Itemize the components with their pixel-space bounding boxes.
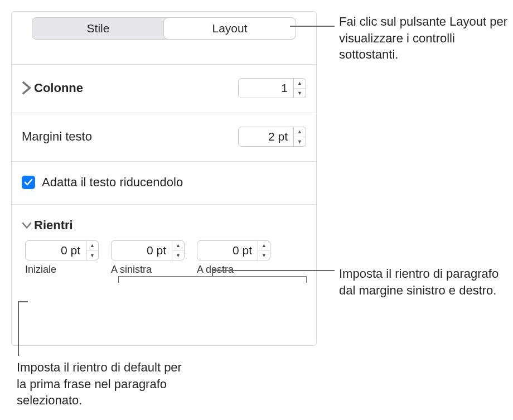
inspector-panel: Stile Layout Colonne 1 ▲ ▼ Margini testo… <box>11 11 317 346</box>
check-icon <box>24 178 33 187</box>
indent-left-step-up[interactable]: ▲ <box>172 241 184 251</box>
section-shrink-fit: Adatta il testo riducendolo <box>12 161 316 204</box>
leader-line <box>290 26 335 27</box>
section-columns: Colonne 1 ▲ ▼ <box>12 64 316 113</box>
indent-right-stepper: 0 pt ▲ ▼ <box>197 240 270 260</box>
indent-initial-step-up[interactable]: ▲ <box>86 241 98 251</box>
indent-left-stepper: 0 pt ▲ ▼ <box>111 240 185 260</box>
indent-right-step-down[interactable]: ▼ <box>258 251 270 260</box>
indent-left-step-down[interactable]: ▼ <box>172 251 184 260</box>
chevron-down-icon[interactable] <box>22 222 32 229</box>
shrink-fit-label: Adatta il testo riducendolo <box>42 175 306 190</box>
columns-field[interactable]: 1 <box>238 78 294 98</box>
indent-initial: 0 pt ▲ ▼ Iniziale <box>25 240 99 276</box>
leader-line <box>18 301 19 356</box>
text-margins-step-up[interactable]: ▲ <box>294 127 306 137</box>
text-margins-field[interactable]: 2 pt <box>238 127 294 147</box>
chevron-right-icon[interactable] <box>22 81 32 95</box>
tab-style[interactable]: Stile <box>32 18 164 39</box>
indent-left: 0 pt ▲ ▼ A sinistra <box>111 240 185 276</box>
indent-left-label: A sinistra <box>111 264 185 276</box>
text-margins-stepper: 2 pt ▲ ▼ <box>238 127 306 147</box>
leader-line <box>212 270 335 271</box>
columns-stepper: 1 ▲ ▼ <box>238 78 306 98</box>
indents-heading: Rientri <box>34 218 306 233</box>
leader-line <box>212 270 213 277</box>
text-margins-label: Margini testo <box>22 129 238 144</box>
section-text-margins: Margini testo 2 pt ▲ ▼ <box>12 113 316 161</box>
indent-initial-field[interactable]: 0 pt <box>25 240 86 260</box>
bracket-line <box>118 276 307 283</box>
callout-indent-sides: Imposta il rientro di paragrafo dal marg… <box>339 265 512 298</box>
columns-step-down[interactable]: ▼ <box>294 89 306 98</box>
columns-label: Colonne <box>34 81 238 95</box>
indent-initial-stepper: 0 pt ▲ ▼ <box>25 240 99 260</box>
leader-line <box>18 301 28 302</box>
indent-left-field[interactable]: 0 pt <box>111 240 172 260</box>
shrink-fit-checkbox[interactable] <box>22 176 35 189</box>
indent-right-step-up[interactable]: ▲ <box>258 241 270 251</box>
callout-layout: Fai clic sul pulsante Layout per visuali… <box>339 13 512 63</box>
indent-initial-step-down[interactable]: ▼ <box>86 251 98 260</box>
tab-layout[interactable]: Layout <box>164 18 296 39</box>
indent-initial-label: Iniziale <box>25 264 99 276</box>
section-indents: Rientri 0 pt ▲ ▼ Iniziale 0 pt ▲ <box>12 204 316 286</box>
indent-right-field[interactable]: 0 pt <box>197 240 258 260</box>
columns-step-up[interactable]: ▲ <box>294 79 306 89</box>
text-margins-step-down[interactable]: ▼ <box>294 137 306 147</box>
tab-segmented-control: Stile Layout <box>32 17 296 40</box>
callout-indent-initial: Imposta il rientro di default per la pri… <box>17 359 190 409</box>
